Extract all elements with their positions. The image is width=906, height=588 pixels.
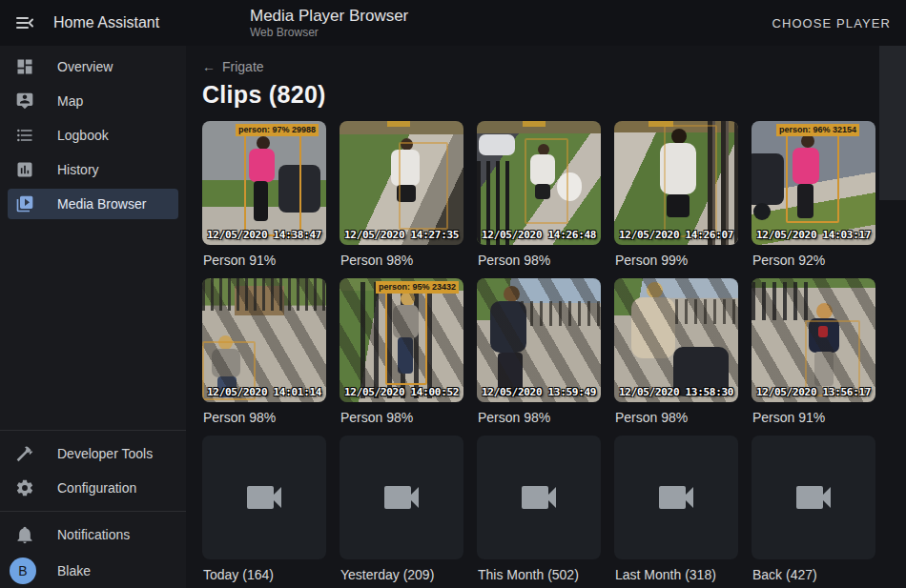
clip-thumbnail[interactable]: 12/05/2020 13:59:49 [477, 278, 601, 402]
folder-label: This Month (502) [478, 567, 601, 582]
clip-item: 12/05/2020 13:58:30 Person 98% [614, 278, 738, 436]
folder-thumbnail-back[interactable] [752, 436, 875, 559]
folder-thumbnail-today[interactable] [202, 436, 326, 559]
clip-thumbnail[interactable]: person: 96% 32154 12/05/2020 14:03:17 [752, 121, 875, 245]
detection-label-partial [523, 121, 546, 127]
folder-thumbnail-last-month[interactable] [614, 436, 738, 559]
clip-item: 12/05/2020 14:27:35 Person 98% [340, 121, 463, 278]
clip-timestamp: 12/05/2020 14:03:17 [756, 229, 871, 241]
clip-caption: Person 98% [615, 410, 738, 425]
clip-thumbnail[interactable]: person: 97% 29988 12/05/2020 14:38:47 [202, 121, 326, 245]
sidebar-item-notifications[interactable]: Notifications [8, 519, 178, 550]
clip-caption: Person 98% [478, 410, 601, 425]
folder-label: Back (427) [752, 567, 875, 582]
clip-timestamp: 12/05/2020 14:01:14 [207, 386, 321, 398]
dashboard-icon [15, 57, 34, 76]
breadcrumb-label: Frigate [222, 59, 264, 74]
clips-grid: person: 97% 29988 12/05/2020 14:38:47 Pe… [202, 121, 906, 588]
sidebar-item-history[interactable]: History [8, 154, 178, 185]
sidebar-toggle-button[interactable] [13, 11, 36, 34]
media-browser-content: ← Frigate Clips (820) person: 97% 29988 … [186, 46, 906, 588]
detection-bbox [805, 320, 860, 396]
sidebar-divider [0, 430, 186, 431]
panel-titles: Media Player Browser Web Browser [250, 7, 408, 39]
panel-header: Media Player Browser Web Browser CHOOSE … [186, 0, 906, 46]
clip-thumbnail[interactable]: 12/05/2020 14:26:07 [614, 121, 738, 245]
clip-thumbnail[interactable]: 12/05/2020 14:27:35 [340, 121, 463, 245]
clip-timestamp: 12/05/2020 13:59:49 [482, 386, 596, 398]
clip-item: person: 95% 23432 12/05/2020 14:00:52 Pe… [340, 278, 463, 436]
clip-item: 12/05/2020 14:26:07 Person 99% [614, 121, 738, 278]
clip-item: 12/05/2020 14:26:48 Person 98% [477, 121, 601, 278]
scrollbar-thumb[interactable] [879, 46, 906, 200]
clip-thumbnail[interactable]: person: 95% 23432 12/05/2020 14:00:52 [340, 278, 463, 402]
folder-item: This Month (502) [477, 436, 601, 588]
sidebar-divider [0, 511, 186, 512]
hammer-icon [15, 444, 34, 463]
panel-subtitle: Web Browser [250, 26, 408, 39]
detection-label: person: 96% 32154 [776, 124, 859, 136]
clip-timestamp: 12/05/2020 14:26:48 [482, 229, 596, 241]
sidebar-item-overview[interactable]: Overview [8, 51, 178, 82]
clip-thumbnail[interactable]: 12/05/2020 14:01:14 [202, 278, 326, 402]
clip-timestamp: 12/05/2020 13:56:17 [756, 386, 871, 398]
chart-box-icon [15, 160, 34, 179]
breadcrumb-back-frigate[interactable]: ← Frigate [202, 59, 264, 74]
bell-icon [15, 525, 34, 544]
sidebar-item-map[interactable]: Map [8, 86, 178, 116]
clip-caption: Person 98% [340, 253, 463, 268]
video-camera-icon [379, 475, 424, 520]
folder-item: Today (164) [202, 436, 326, 588]
choose-player-button[interactable]: CHOOSE PLAYER [772, 16, 891, 30]
sidebar-item-developer-tools[interactable]: Developer Tools [8, 438, 178, 469]
play-box-multiple-icon [15, 194, 34, 213]
clip-thumbnail[interactable]: 12/05/2020 14:26:48 [477, 121, 601, 245]
sidebar-item-label: Configuration [57, 480, 136, 496]
clip-caption: Person 98% [203, 410, 326, 425]
back-arrow-icon: ← [202, 59, 216, 74]
detection-bbox [399, 142, 448, 230]
clip-caption: Person 98% [478, 253, 601, 268]
detection-bbox [385, 286, 427, 385]
sidebar-item-label: Developer Tools [57, 446, 153, 461]
sidebar-item-label: Logbook [57, 128, 109, 143]
app-title: Home Assistant [53, 14, 159, 31]
video-camera-icon [241, 475, 287, 520]
menu-icon [15, 13, 34, 32]
app-header: Home Assistant Media Player Browser Web … [0, 0, 906, 46]
detection-bbox [525, 138, 568, 224]
clip-item: person: 96% 32154 12/05/2020 14:03:17 Pe… [752, 121, 875, 278]
panel-title: Media Player Browser [250, 7, 408, 25]
folder-label: Yesterday (209) [340, 567, 463, 582]
clip-timestamp: 12/05/2020 13:58:30 [619, 386, 733, 398]
video-camera-icon [653, 475, 699, 520]
clip-timestamp: 12/05/2020 14:26:07 [619, 229, 733, 241]
user-name-label: Blake [57, 563, 91, 578]
folder-thumbnail-yesterday[interactable] [340, 436, 463, 559]
page-title: Clips (820) [202, 81, 906, 109]
detection-label: person: 95% 23432 [376, 281, 459, 294]
folder-item: Back (427) [752, 436, 875, 588]
sidebar-item-profile[interactable]: B Blake [8, 554, 178, 588]
clip-item: person: 97% 29988 12/05/2020 14:38:47 Pe… [202, 121, 326, 278]
clip-item: 12/05/2020 13:56:17 Person 91% [752, 278, 875, 436]
avatar: B [10, 558, 36, 584]
folder-label: Today (164) [203, 567, 326, 582]
sidebar-item-configuration[interactable]: Configuration [8, 473, 178, 503]
sidebar-header: Home Assistant [0, 11, 186, 34]
sidebar-item-logbook[interactable]: Logbook [8, 120, 178, 151]
home-assistant-app: Home Assistant Media Player Browser Web … [0, 0, 906, 588]
sidebar-item-label: Overview [57, 59, 113, 74]
clip-thumbnail[interactable]: 12/05/2020 13:56:17 [752, 278, 875, 402]
clip-thumbnail[interactable]: 12/05/2020 13:58:30 [614, 278, 738, 402]
clip-caption: Person 92% [752, 253, 875, 268]
clip-caption: Person 99% [615, 253, 738, 268]
folder-thumbnail-this-month[interactable] [477, 436, 601, 559]
list-bulleted-icon [15, 126, 34, 145]
sidebar-item-label: History [57, 162, 99, 177]
sidebar: Overview Map Logbook History [0, 46, 186, 588]
sidebar-item-media-browser[interactable]: Media Browser [8, 189, 178, 219]
detection-label-partial [387, 121, 410, 127]
sidebar-item-label: Map [57, 93, 83, 109]
clip-caption: Person 98% [340, 410, 463, 425]
